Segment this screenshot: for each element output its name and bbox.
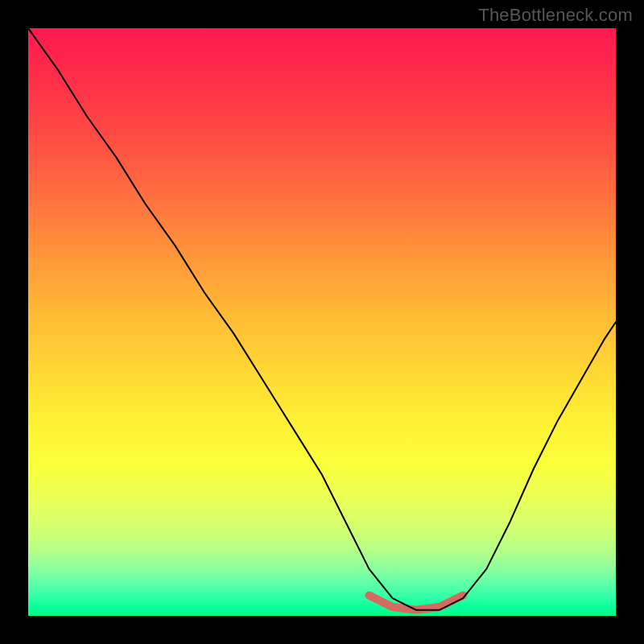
chart-container: TheBottleneck.com [0, 0, 644, 644]
chart-svg [28, 28, 616, 616]
data-curve [28, 28, 616, 610]
plot-area [28, 28, 616, 616]
highlight-band [369, 596, 463, 610]
watermark-text: TheBottleneck.com [478, 5, 633, 26]
